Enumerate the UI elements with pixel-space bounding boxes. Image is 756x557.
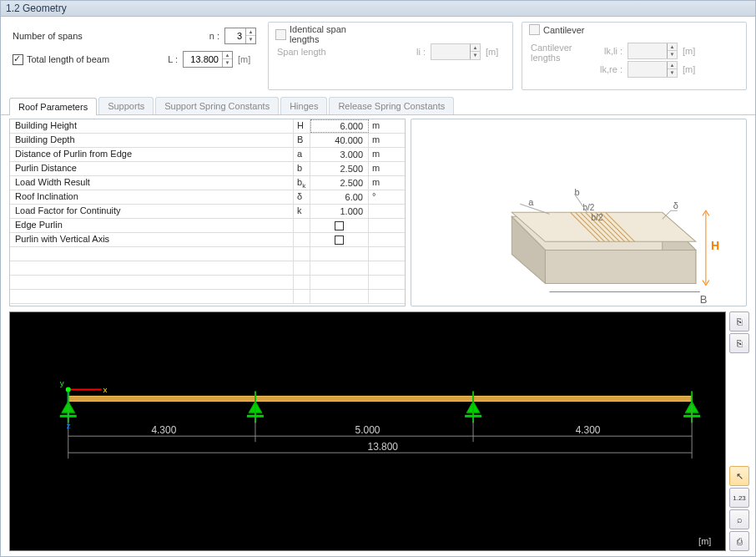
copy-icon[interactable]: ⎘ <box>729 311 749 332</box>
param-value[interactable] <box>310 219 369 232</box>
svg-text:a: a <box>528 197 534 207</box>
spinner-buttons[interactable]: ▲▼ <box>222 52 232 67</box>
print-icon[interactable]: ⎙ <box>729 531 749 551</box>
param-label: Building Height <box>10 119 294 133</box>
param-unit: m <box>369 119 386 133</box>
geometry-diagram: a b b/2 b/2 δ H B <box>411 119 747 306</box>
svg-text:[m]: [m] <box>698 535 711 545</box>
span-length-input: ▲▼ <box>431 43 481 60</box>
param-label: Load Width Result <box>10 176 294 190</box>
svg-text:4.300: 4.300 <box>576 424 601 436</box>
cantilever-checkbox[interactable] <box>529 24 540 35</box>
cantilever-group: Cantilever Cantilever lengths lk,li : ▲▼… <box>522 22 747 90</box>
view-toolbar: ⎘ ⎘ ↖ 1.23 ⌕ ⎙ <box>728 311 750 551</box>
param-symbol: bk <box>294 176 310 190</box>
table-row <box>10 261 405 276</box>
svg-marker-3 <box>545 250 695 283</box>
table-row[interactable]: Load Factor for Continuityk1.000 <box>10 205 405 219</box>
checkbox-icon[interactable] <box>335 235 344 245</box>
svg-text:4.300: 4.300 <box>151 424 176 436</box>
checkbox-icon[interactable] <box>335 221 344 230</box>
total-length-unit: [m] <box>238 54 256 64</box>
span-length-unit: [m] <box>486 47 504 57</box>
svg-text:13.800: 13.800 <box>368 441 399 453</box>
cantilever-right-sym: lk,re : <box>594 64 622 74</box>
svg-text:H: H <box>711 239 719 252</box>
tab-support-spring[interactable]: Support Spring Constants <box>155 97 279 114</box>
pointer-icon[interactable]: ↖ <box>729 466 749 486</box>
cantilever-title: Cantilever <box>543 25 585 35</box>
parameters-table: Building HeightH6.000mBuilding DepthB40.… <box>9 119 406 306</box>
param-symbol: B <box>294 134 310 147</box>
table-row[interactable]: Purlin Distanceb2.500m <box>10 162 405 176</box>
svg-text:b/2: b/2 <box>592 213 603 222</box>
tab-supports[interactable]: Supports <box>98 97 154 114</box>
param-symbol: δ <box>294 190 310 204</box>
param-label: Edge Purlin <box>10 219 294 232</box>
tab-roof-parameters[interactable]: Roof Parameters <box>9 98 97 115</box>
paste-icon[interactable]: ⎘ <box>729 333 749 353</box>
svg-text:x: x <box>103 385 108 394</box>
param-label: Building Depth <box>10 134 294 147</box>
param-label: Distance of Purlin from Edge <box>10 148 294 161</box>
table-row[interactable]: Building HeightH6.000m <box>10 119 405 134</box>
spans-group: Number of spans n : ▲▼ Total length of b… <box>9 22 260 90</box>
cantilever-left-sym: lk,li : <box>594 46 622 56</box>
param-value[interactable]: 6.00 <box>310 190 369 204</box>
param-value[interactable]: 3.000 <box>310 148 369 161</box>
param-value[interactable]: 6.000 <box>310 119 369 133</box>
cantilever-right-input: ▲▼ <box>627 61 678 78</box>
values-icon[interactable]: 1.23 <box>729 488 749 508</box>
cantilever-right-unit: [m] <box>683 64 701 74</box>
param-symbol: a <box>294 148 310 161</box>
spans-input[interactable]: ▲▼ <box>224 28 256 44</box>
param-symbol: b <box>294 162 310 175</box>
identical-span-checkbox[interactable] <box>275 29 286 40</box>
svg-text:b/2: b/2 <box>583 203 595 212</box>
total-length-checkbox[interactable] <box>13 54 23 65</box>
svg-text:y: y <box>60 378 64 387</box>
identical-span-group: Identical span lengths Span length li : … <box>268 22 513 90</box>
param-unit: m <box>369 134 386 147</box>
param-unit: m <box>369 176 386 190</box>
table-row[interactable]: Edge Purlin <box>10 219 405 233</box>
param-value[interactable]: 40.000 <box>310 134 369 147</box>
window-title: 1.2 Geometry <box>1 1 755 17</box>
param-label: Roof Inclination <box>10 190 294 204</box>
table-row[interactable]: Roof Inclinationδ6.00° <box>10 190 405 205</box>
param-label: Purlin with Vertical Axis <box>10 233 294 246</box>
table-row <box>10 276 405 290</box>
param-value[interactable]: 1.000 <box>310 205 369 218</box>
param-label: Purlin Distance <box>10 162 294 175</box>
total-length-label: Total length of beam <box>27 54 109 64</box>
param-unit <box>369 233 386 246</box>
beam-rendering[interactable]: x z y <box>9 311 726 551</box>
table-row[interactable]: Distance of Purlin from Edgea3.000m <box>10 148 405 162</box>
tab-hinges[interactable]: Hinges <box>280 97 327 114</box>
svg-rect-31 <box>68 396 692 401</box>
spans-sym: n : <box>204 31 219 41</box>
param-symbol <box>294 219 310 232</box>
table-row[interactable]: Purlin with Vertical Axis <box>10 233 405 247</box>
param-label: Load Factor for Continuity <box>10 205 294 218</box>
param-value[interactable]: 2.500 <box>310 176 369 190</box>
table-row[interactable]: Building DepthB40.000m <box>10 134 405 148</box>
table-row[interactable]: Load Width Resultbk2.500m <box>10 176 405 190</box>
svg-text:5.000: 5.000 <box>355 424 381 436</box>
cantilever-lengths-label: Cantilever lengths <box>531 43 572 63</box>
tab-release-spring[interactable]: Release Spring Constants <box>329 97 454 114</box>
param-unit: m <box>369 162 386 175</box>
span-length-label: Span length <box>277 47 406 57</box>
table-row <box>10 247 405 261</box>
param-value[interactable]: 2.500 <box>310 162 369 175</box>
zoom-icon[interactable]: ⌕ <box>729 509 749 529</box>
spinner-buttons[interactable]: ▲▼ <box>245 28 255 43</box>
spinner-buttons: ▲▼ <box>470 44 480 59</box>
svg-text:δ: δ <box>673 200 678 210</box>
svg-text:B: B <box>700 293 708 306</box>
total-length-input[interactable]: ▲▼ <box>183 51 233 68</box>
param-value[interactable] <box>310 233 369 246</box>
param-unit <box>369 219 386 232</box>
param-unit <box>369 205 386 218</box>
spans-label: Number of spans <box>13 31 199 41</box>
